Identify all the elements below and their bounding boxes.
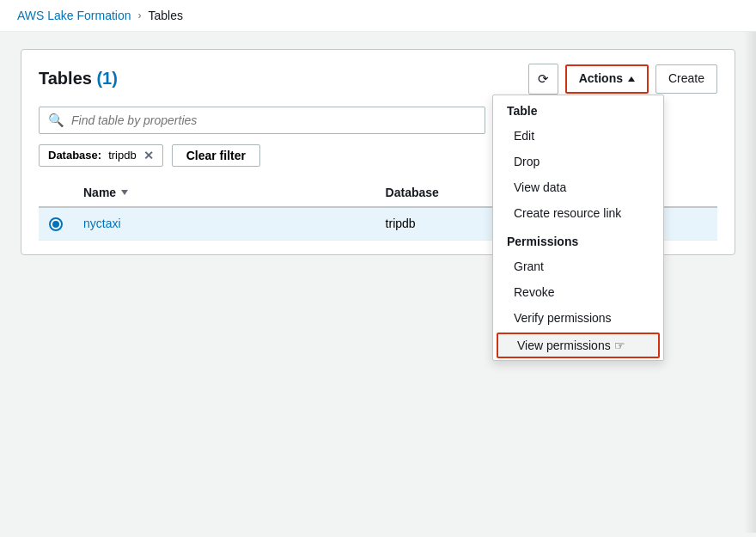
menu-item-revoke[interactable]: Revoke [493, 279, 663, 305]
radio-button[interactable] [49, 217, 63, 231]
panel-header: Tables (1) ⟳ Actions Create Table Edit D… [39, 64, 717, 95]
menu-item-view-data[interactable]: View data [493, 174, 663, 200]
filter-tag-value: tripdb [108, 149, 137, 162]
filter-tag: Database: tripdb ✕ [39, 144, 163, 167]
breadcrumb-parent[interactable]: AWS Lake Formation [17, 9, 131, 22]
right-edge-decoration [744, 32, 756, 533]
table-name-link[interactable]: nyctaxi [83, 217, 121, 230]
search-input[interactable] [71, 113, 476, 127]
row-name-cell: nyctaxi [73, 207, 375, 241]
panel-count: (1) [96, 69, 117, 88]
th-select [39, 179, 73, 207]
breadcrumb-separator: › [138, 9, 142, 21]
menu-item-verify-permissions[interactable]: Verify permissions [493, 305, 663, 331]
triangle-up-icon [628, 76, 635, 82]
dropdown-section-permissions: Permissions [493, 226, 663, 253]
panel-title-area: Tables (1) [39, 69, 118, 88]
sort-name-icon[interactable] [121, 190, 128, 195]
panel-title: Tables (1) [39, 69, 118, 88]
tables-panel: Tables (1) ⟳ Actions Create Table Edit D… [21, 49, 735, 255]
radio-dot-inner [52, 221, 59, 228]
breadcrumb-current: Tables [149, 9, 183, 22]
actions-button[interactable]: Actions [565, 64, 649, 94]
menu-item-view-permissions[interactable]: View permissions ☞ [497, 333, 660, 358]
refresh-button[interactable]: ⟳ [528, 64, 558, 95]
filter-tag-label: Database: [48, 149, 101, 162]
menu-item-create-resource-link[interactable]: Create resource link [493, 200, 663, 226]
filter-tag-remove[interactable]: ✕ [143, 149, 154, 162]
create-button[interactable]: Create [655, 64, 717, 94]
refresh-icon: ⟳ [538, 70, 549, 88]
row-radio-cell[interactable] [39, 207, 73, 241]
search-icon: 🔍 [48, 113, 64, 128]
menu-item-grant[interactable]: Grant [493, 253, 663, 279]
main-content: Tables (1) ⟳ Actions Create Table Edit D… [0, 32, 756, 533]
dropdown-section-table: Table [493, 95, 663, 123]
th-name: Name [73, 179, 375, 207]
menu-item-edit[interactable]: Edit [493, 123, 663, 149]
header-actions: ⟳ Actions Create Table Edit Drop View da… [528, 64, 717, 95]
search-bar: 🔍 [39, 107, 485, 134]
actions-dropdown: Table Edit Drop View data Create resourc… [492, 95, 664, 361]
clear-filter-button[interactable]: Clear filter [172, 144, 260, 167]
menu-item-drop[interactable]: Drop [493, 149, 663, 174]
breadcrumb: AWS Lake Formation › Tables [0, 0, 756, 32]
